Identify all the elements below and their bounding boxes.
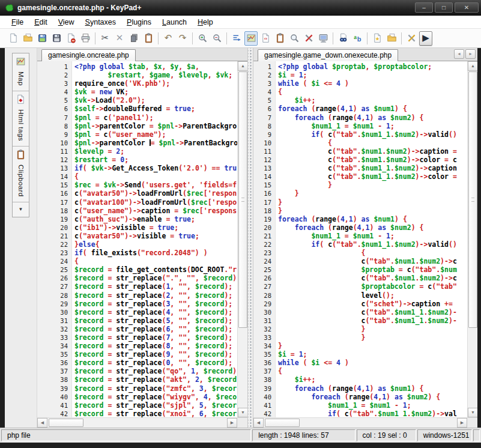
- save-file-icon[interactable]: [35, 31, 49, 46]
- line-numbers: 1234567891011121314151617181920212223242…: [253, 61, 276, 417]
- tab-scroll-right-icon[interactable]: ▸: [465, 49, 476, 59]
- save-all-icon[interactable]: [50, 31, 63, 46]
- scrollbar-thumb[interactable]: [49, 419, 83, 427]
- scroll-right-icon[interactable]: ▶: [457, 418, 467, 428]
- open-file-icon[interactable]: [21, 31, 34, 46]
- code-line: <?php global $tab, $x, $y, $a,: [74, 62, 237, 71]
- status-file-type: php file: [1, 429, 251, 441]
- tab-scroll-left-icon[interactable]: ◂: [454, 49, 464, 59]
- new-file-icon[interactable]: [7, 31, 20, 46]
- html-tags-icon[interactable]: ‹›: [259, 31, 272, 46]
- code-line: c("ib1")->visible = true;: [74, 223, 237, 232]
- line-numbers: 1234567891011121314151617181920212223242…: [37, 61, 72, 417]
- window-frame-bottom: [0, 443, 481, 448]
- menu-launch[interactable]: Launch: [157, 17, 192, 28]
- horizontal-scrollbar[interactable]: ◀ ▶: [253, 417, 477, 428]
- menu-file[interactable]: File: [6, 17, 29, 28]
- toolbar-separator: [401, 32, 402, 44]
- svg-text:‹›: ‹›: [264, 36, 267, 41]
- code-line: $record = file_get_contents(DOC_ROOT."r: [74, 265, 237, 274]
- replace-chars-icon[interactable]: ab: [351, 31, 364, 46]
- code-line: }: [278, 181, 467, 189]
- redo-icon[interactable]: ↷: [176, 31, 189, 46]
- code-line: {: [74, 257, 237, 265]
- open-folder-icon[interactable]: [385, 31, 398, 46]
- goto-line-icon[interactable]: [230, 31, 243, 46]
- scroll-right-icon[interactable]: ▶: [227, 418, 237, 428]
- scroll-left-icon[interactable]: ◀: [253, 418, 264, 428]
- sidebar-tab-map[interactable]: Map: [13, 53, 29, 91]
- code-line: {: [278, 249, 467, 257]
- horizontal-scrollbar[interactable]: ◀ ▶: [37, 417, 247, 428]
- code-line: $levelp = 2;: [74, 147, 237, 156]
- code-line: c("user_name")->caption = $rec['respons: [74, 207, 237, 215]
- scrollbar-thumb[interactable]: [238, 71, 247, 328]
- code-line: {: [278, 139, 467, 147]
- tab-gamesingle-game-down-onexecute[interactable]: gamesingle.game_down.onexecute.php: [258, 49, 398, 61]
- menu-view[interactable]: View: [53, 17, 80, 28]
- code-line: $pnl = c("user_name");: [74, 130, 237, 139]
- status-length-lines: length : 1948 lines: 57: [252, 429, 355, 441]
- maximize-button[interactable]: □: [435, 2, 453, 13]
- tools-icon[interactable]: [302, 31, 315, 46]
- pane-splitter[interactable]: [247, 48, 253, 428]
- zoom-out-icon[interactable]: −: [210, 31, 223, 46]
- close-file-icon[interactable]: [64, 31, 77, 46]
- code-line: c("tab".$num1.$num2)->color = c: [278, 156, 467, 164]
- app-window: gamesingle.oncreate.php - KeyPad+ –□✕ Fi…: [0, 0, 481, 448]
- scrollbar-thumb[interactable]: [468, 71, 477, 328]
- terminal-icon[interactable]: [316, 31, 330, 46]
- toolbar-separator: [333, 32, 333, 44]
- tab-gamesingle-oncreate[interactable]: gamesingle.oncreate.php: [41, 49, 136, 61]
- clipboard-icon: [16, 150, 26, 165]
- minimize-button[interactable]: –: [415, 2, 433, 13]
- clipboard-panel-icon[interactable]: [273, 31, 286, 46]
- code-line: foreach (range(4,1) as $num2) {: [278, 223, 467, 232]
- undo-icon[interactable]: ↶: [162, 31, 175, 46]
- code-line: $record = str_replace("sjpl", 5, $recor: [74, 401, 237, 410]
- menu-edit[interactable]: Edit: [29, 17, 53, 28]
- code-line: $vk = new VK;: [74, 88, 237, 96]
- sidebar-more-icon[interactable]: ▼: [13, 202, 29, 217]
- find-in-files-icon[interactable]: [336, 31, 349, 46]
- code-line: $record = str_replace(6, "", $record);: [74, 325, 237, 333]
- sidebar-tab-clipboard[interactable]: Clipboard: [13, 147, 29, 202]
- search-icon[interactable]: [288, 31, 301, 46]
- code-line: $proptabcolor = c("tab": [278, 282, 467, 291]
- vertical-scrollbar[interactable]: ▲ ▼: [237, 61, 247, 417]
- close-button[interactable]: ✕: [455, 2, 479, 13]
- scroll-left-icon[interactable]: ◀: [37, 418, 47, 428]
- code-line: if( c("tab".$num1_1.$num2)->val: [278, 410, 467, 417]
- external-tools-icon[interactable]: [405, 31, 418, 46]
- scroll-up-icon[interactable]: ▲: [468, 61, 477, 71]
- delete-icon[interactable]: ✕: [113, 31, 126, 46]
- copy-icon[interactable]: [127, 31, 141, 46]
- sidebar-tab-html-tags[interactable]: ◆Html tags: [13, 91, 29, 147]
- code-area[interactable]: <?php global $tab, $x, $y, $a, $restart,…: [72, 61, 237, 417]
- svg-text:★: ★: [375, 36, 380, 41]
- menu-help[interactable]: Help: [192, 17, 219, 28]
- scrollbar-thumb[interactable]: [265, 419, 300, 427]
- run-icon[interactable]: ▶: [419, 31, 432, 46]
- print-icon[interactable]: [79, 31, 92, 46]
- code-line: foreach (range(4,1) as $num2) {: [278, 114, 467, 122]
- menu-plugins[interactable]: Plugins: [121, 17, 157, 28]
- scroll-down-icon[interactable]: ▼: [238, 408, 247, 417]
- cut-icon[interactable]: ✂: [98, 31, 112, 46]
- code-line: c("schet")->caption +=: [278, 300, 467, 308]
- code-line: $record = str_replace("zmfc", 3, $recor: [74, 384, 237, 393]
- zoom-in-icon[interactable]: +: [196, 31, 209, 46]
- map-panel-icon[interactable]: [244, 31, 258, 46]
- scroll-down-icon[interactable]: ▼: [468, 408, 477, 417]
- plugins-page-icon[interactable]: ★: [371, 31, 384, 46]
- menu-syntaxes[interactable]: Syntaxes: [80, 17, 121, 28]
- vertical-scrollbar[interactable]: ▲ ▼: [467, 61, 477, 417]
- code-area[interactable]: <?php global $proptab, $proptabcolor;$i …: [276, 61, 467, 417]
- sidebar-tab-label: Clipboard: [17, 165, 25, 197]
- scroll-up-icon[interactable]: ▲: [238, 61, 247, 71]
- code-line: $record = str_replace(8, "", $record);: [74, 342, 237, 350]
- code-line: level();: [278, 291, 467, 300]
- paste-icon[interactable]: [142, 31, 155, 46]
- code-line: }else{: [74, 240, 237, 249]
- code-line: }: [278, 189, 467, 198]
